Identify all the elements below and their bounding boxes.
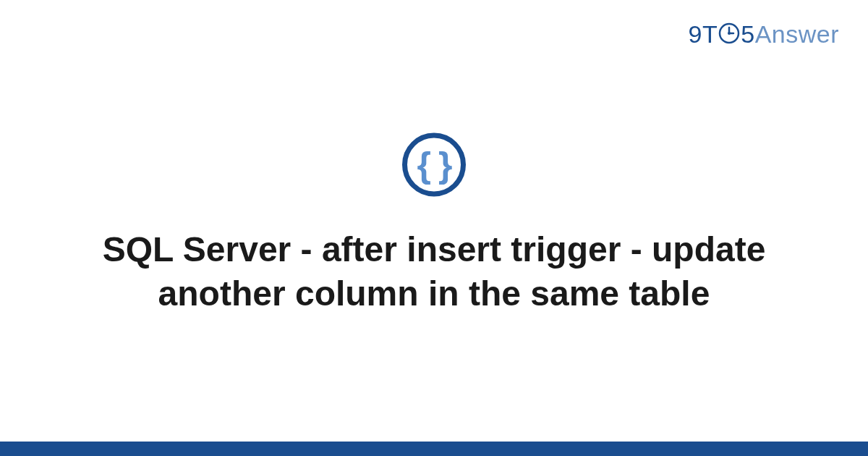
braces-icon: { } [417, 147, 451, 183]
bottom-accent-bar [0, 442, 868, 456]
logo-text-5: 5 [741, 20, 754, 48]
clock-icon [718, 22, 740, 44]
site-logo: 9T5Answer [689, 20, 839, 48]
main-content: { } SQL Server - after insert trigger - … [0, 133, 868, 316]
logo-text-answer: Answer [755, 20, 839, 48]
category-icon-circle: { } [402, 133, 466, 197]
page-title: SQL Server - after insert trigger - upda… [0, 227, 868, 316]
logo-text-9t: 9T [689, 20, 718, 48]
